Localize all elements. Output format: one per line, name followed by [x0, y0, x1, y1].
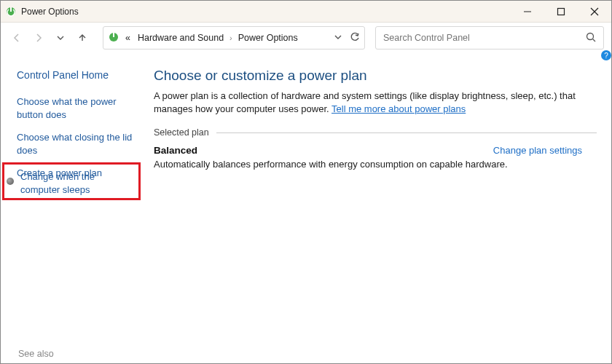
divider — [216, 132, 597, 133]
chevron-right-icon: › — [230, 33, 232, 42]
close-button[interactable] — [578, 1, 611, 23]
sidebar-link-lid[interactable]: Choose what closing the lid does — [15, 127, 146, 161]
sidebar: Control Panel Home Choose what the power… — [15, 60, 146, 364]
annotation-highlight: Change when the computer sleeps — [2, 162, 141, 200]
svg-point-8 — [587, 33, 594, 39]
bullet-icon — [7, 178, 14, 185]
search-input[interactable] — [383, 33, 586, 43]
svg-rect-7 — [113, 33, 114, 37]
search-icon[interactable] — [586, 32, 596, 44]
address-dropdown-icon[interactable] — [334, 33, 342, 44]
main-panel: Choose or customize a power plan A power… — [146, 60, 597, 364]
back-button[interactable] — [8, 29, 26, 47]
titlebar: Power Options — [1, 1, 611, 23]
change-plan-settings-link[interactable]: Change plan settings — [493, 145, 582, 156]
navigation-bar: « Hardware and Sound › Power Options — [1, 23, 611, 53]
search-bar[interactable] — [375, 26, 604, 50]
breadcrumb-item[interactable]: Power Options — [237, 31, 299, 44]
sidebar-link-power-button[interactable]: Choose what the power button does — [15, 91, 146, 125]
control-panel-home-link[interactable]: Control Panel Home — [15, 60, 146, 91]
page-description: A power plan is a collection of hardware… — [154, 90, 597, 116]
sidebar-link-sleep[interactable]: Change when the computer sleeps — [20, 170, 133, 196]
svg-line-9 — [593, 39, 596, 41]
content-area: ? Control Panel Home Choose what the pow… — [1, 53, 611, 364]
svg-rect-1 — [10, 7, 12, 12]
window-title: Power Options — [21, 7, 79, 17]
power-options-icon — [5, 6, 17, 17]
minimize-button[interactable] — [511, 1, 544, 23]
plan-row: Balanced Change plan settings — [154, 145, 597, 156]
maximize-button[interactable] — [544, 1, 578, 23]
learn-more-link[interactable]: Tell me more about power plans — [332, 103, 466, 114]
forward-button[interactable] — [30, 29, 47, 47]
breadcrumb-item[interactable]: Hardware and Sound — [136, 31, 225, 44]
plan-name: Balanced — [154, 145, 197, 156]
up-button[interactable] — [74, 29, 91, 47]
see-also-label: See also — [18, 349, 54, 359]
refresh-button[interactable] — [350, 32, 360, 44]
section-header: Selected plan — [154, 127, 597, 138]
page-heading: Choose or customize a power plan — [154, 68, 597, 84]
plan-description: Automatically balances performance with … — [154, 159, 597, 170]
control-panel-icon — [108, 31, 119, 45]
breadcrumb-prefix: « — [124, 31, 132, 44]
help-icon[interactable]: ? — [601, 50, 611, 60]
section-label: Selected plan — [154, 127, 209, 138]
recent-dropdown[interactable] — [52, 29, 69, 47]
svg-rect-3 — [558, 8, 565, 15]
address-bar[interactable]: « Hardware and Sound › Power Options — [103, 26, 365, 50]
